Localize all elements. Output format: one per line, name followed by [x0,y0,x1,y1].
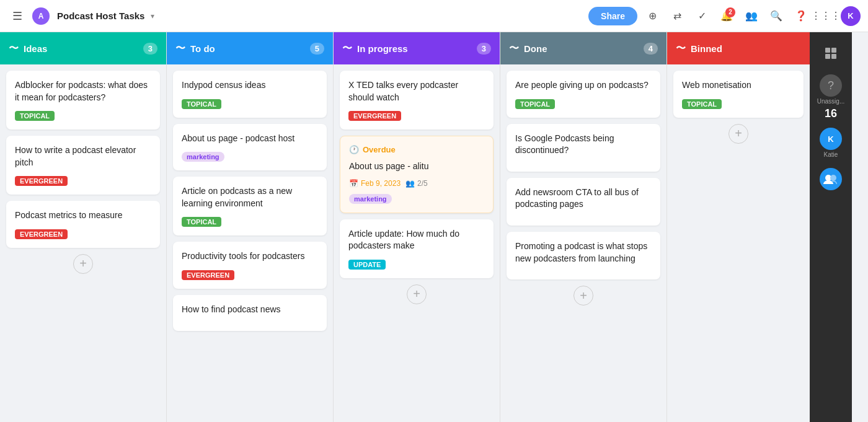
table-row: Promoting a podcast is what stops new po… [507,232,660,279]
table-row: X TED talks every podcaster should watch… [340,71,494,130]
overdue-label: Overdue [363,145,396,154]
check-icon[interactable]: ✓ [692,6,712,26]
card-title: X TED talks every podcaster should watch [348,79,485,103]
tag-topical: TOPICAL [15,111,55,121]
card-title: Adblocker for podcasts: what does it mea… [15,79,151,103]
inprogress-column-title: In progress [357,43,472,54]
table-row: Article on podcasts as a new learning en… [173,177,327,235]
unassigned-avatar[interactable]: ? [820,74,842,97]
help-icon[interactable]: ❓ [791,6,811,26]
date-value: Feb 9, 2023 [361,179,401,188]
layout-icon[interactable] [817,40,844,67]
table-row: Adblocker for podcasts: what does it mea… [6,71,160,130]
add-icon[interactable]: ⊕ [642,6,662,26]
workspace-avatar: A [32,7,50,25]
todo-column-body: Indypod census ideas TOPICAL About us pa… [167,64,333,422]
svg-point-6 [830,175,836,181]
column-todo: 〜 To do 5 Indypod census ideas TOPICAL A… [167,32,333,422]
done-column-body: Are people giving up on podcasts? TOPICA… [500,64,666,422]
column-ideas: 〜 Ideas 3 Adblocker for podcasts: what d… [0,32,166,422]
tag-evergreen: EVERGREEN [15,176,68,186]
add-card-button[interactable]: + [574,286,593,306]
todo-wave-icon: 〜 [175,42,185,55]
table-row: 🕐 Overdue About us page - alitu 📅 Feb 9,… [340,136,494,213]
search-icon[interactable]: 🔍 [766,6,786,26]
table-row: Indypod census ideas TOPICAL [173,71,327,118]
katie-avatar[interactable]: K [820,128,842,150]
column-inprogress: 〜 In progress 3 X TED talks every podcas… [334,32,500,422]
notification-badge: 2 [725,7,735,17]
card-title: About us page - podcast host [182,133,318,145]
tag-marketing: marketing [182,152,224,162]
card-title: Article update: How much do podcasters m… [348,228,485,252]
ideas-column-title: Ideas [24,43,138,54]
tag-evergreen: EVERGREEN [15,229,68,239]
svg-rect-1 [831,48,836,53]
column-header-inprogress: 〜 In progress 3 [334,32,500,64]
tag-topical: TOPICAL [682,99,722,109]
card-title: Productivity tools for podcasters [182,250,318,263]
table-row: How to write a podcast elevator pitch EV… [6,136,160,195]
tag-evergreen: EVERGREEN [182,270,234,280]
checklist-meta: 👥 2/5 [405,179,428,188]
people-icon[interactable]: 👥 [742,6,761,26]
ideas-column-count: 3 [143,43,157,55]
card-title: How to find podcast news [182,304,318,316]
column-header-binned: 〜 Binned [667,32,810,64]
add-card-button[interactable]: + [73,254,93,274]
clock-icon: 🕐 [349,145,359,154]
unassigned-label: Unassig... [817,98,844,105]
card-title: Is Google Podcasts being discontinued? [515,133,652,157]
done-column-count: 4 [644,43,658,55]
group-icon[interactable] [820,168,842,193]
table-row: Is Google Podcasts being discontinued? [507,124,660,172]
user-avatar[interactable]: K [841,6,861,26]
unassigned-user-section: ? Unassig... 16 [817,74,844,120]
card-title: Indypod census ideas [182,79,318,92]
column-binned: 〜 Binned Web monetisation TOPICAL + [667,32,810,422]
inprogress-column-count: 3 [477,43,491,55]
checklist-count: 2/5 [417,179,428,188]
filter-icon[interactable]: ⇄ [667,6,687,26]
card-title: How to write a podcast elevator pitch [15,144,151,169]
column-header-todo: 〜 To do 5 [167,32,333,64]
todo-column-title: To do [190,43,305,54]
board: 〜 Ideas 3 Adblocker for podcasts: what d… [0,32,868,422]
card-meta: 📅 Feb 9, 2023 👥 2/5 [349,179,484,188]
svg-rect-3 [831,54,836,59]
apps-icon[interactable]: ⋮⋮⋮ [816,6,836,26]
add-card-button[interactable]: + [728,124,748,144]
table-row: Web monetisation TOPICAL [673,71,804,118]
hamburger-icon[interactable]: ☰ [7,7,27,25]
card-title: About us page - alitu [349,160,484,173]
unassigned-count: 16 [825,107,837,120]
table-row: How to find podcast news [173,295,327,331]
card-title: Article on podcasts as a new learning en… [182,185,318,209]
binned-column-title: Binned [691,43,801,54]
card-title: Web monetisation [682,79,795,92]
table-row: Productivity tools for podcasters EVERGR… [173,242,327,289]
title-caret-icon[interactable]: ▾ [151,12,154,20]
overdue-header: 🕐 Overdue [349,145,484,154]
card-title: Add newsroom CTA to all bus of podcastin… [515,187,652,211]
done-wave-icon: 〜 [509,42,519,55]
table-row: Are people giving up on podcasts? TOPICA… [507,71,660,118]
add-card-button[interactable]: + [407,284,427,304]
todo-column-count: 5 [310,43,324,55]
inprogress-wave-icon: 〜 [342,42,352,55]
svg-rect-2 [825,54,830,59]
due-date: 📅 Feb 9, 2023 [349,179,401,188]
tag-evergreen: EVERGREEN [348,111,401,121]
katie-label: Katie [824,151,838,158]
tag-topical: TOPICAL [515,99,555,109]
workspace-title: Podcast Host Tasks [57,11,144,21]
column-header-ideas: 〜 Ideas 3 [0,32,166,64]
share-button[interactable]: Share [588,7,637,25]
notifications-icon[interactable]: 🔔 2 [717,6,737,26]
right-sidebar: ? Unassig... 16 K Katie [810,32,852,422]
card-title: Podcast metrics to measure [15,209,151,222]
tag-marketing: marketing [349,194,392,204]
topnav: ☰ A Podcast Host Tasks ▾ Share ⊕ ⇄ ✓ 🔔 2… [0,0,868,32]
done-column-title: Done [524,43,639,54]
binned-column-body: Web monetisation TOPICAL + [667,64,810,422]
